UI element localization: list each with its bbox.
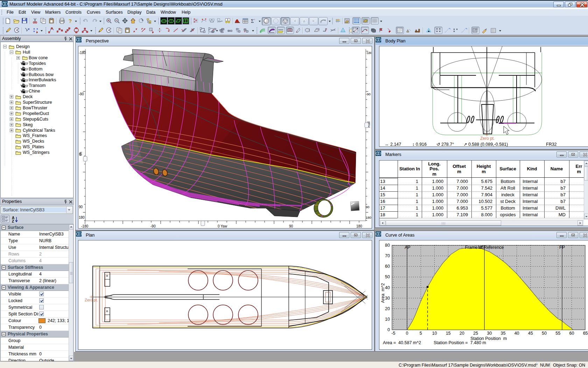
svg-text:80: 80 bbox=[385, 243, 390, 248]
svg-text:60: 60 bbox=[385, 264, 390, 269]
svg-text:Z: Z bbox=[12, 219, 14, 223]
svg-text:AP: AP bbox=[405, 245, 411, 250]
svg-text:Area = 40.587 m^2: Area = 40.587 m^2 bbox=[383, 340, 421, 345]
svg-text:30: 30 bbox=[487, 331, 492, 336]
svg-text:?: ? bbox=[69, 18, 72, 24]
svg-text:-90: -90 bbox=[366, 92, 371, 96]
svg-text:10: 10 bbox=[432, 331, 437, 336]
svg-text:0: 0 bbox=[79, 152, 81, 156]
svg-text:-90: -90 bbox=[79, 92, 84, 96]
svg-text:50: 50 bbox=[542, 331, 547, 336]
svg-text:5: 5 bbox=[420, 331, 422, 336]
svg-text:MS: MS bbox=[478, 245, 485, 250]
svg-text:90: 90 bbox=[79, 205, 83, 209]
svg-text:²: ² bbox=[254, 18, 255, 21]
svg-text:↔ 2.147: ↔ 2.147 bbox=[385, 142, 401, 147]
svg-text:20: 20 bbox=[385, 306, 390, 311]
svg-text:0: 0 bbox=[387, 327, 390, 332]
svg-text:180: 180 bbox=[79, 216, 85, 219]
svg-text:20: 20 bbox=[460, 331, 464, 336]
svg-text:90: 90 bbox=[289, 224, 293, 228]
svg-text:15: 15 bbox=[446, 331, 451, 336]
svg-text:40: 40 bbox=[514, 331, 519, 336]
svg-text:↗ 0.588 (0.089,-0.581): ↗ 0.588 (0.089,-0.581) bbox=[463, 142, 508, 147]
svg-text:65: 65 bbox=[583, 331, 588, 336]
svg-text:50: 50 bbox=[385, 274, 390, 279]
svg-text:180: 180 bbox=[366, 216, 371, 219]
svg-text:-90: -90 bbox=[150, 224, 156, 228]
svg-text:45: 45 bbox=[528, 331, 533, 336]
svg-text:0: 0 bbox=[406, 331, 408, 336]
svg-text:-180: -180 bbox=[366, 51, 371, 55]
svg-text:55: 55 bbox=[555, 331, 560, 336]
svg-text:10: 10 bbox=[385, 317, 390, 322]
svg-text:-5: -5 bbox=[391, 331, 395, 336]
svg-text:↺ 278.7°: ↺ 278.7° bbox=[436, 142, 454, 147]
svg-text:25: 25 bbox=[473, 331, 478, 336]
svg-text:Station Position = 7.480 m: Station Position = 7.480 m bbox=[434, 340, 486, 345]
svg-text:90: 90 bbox=[366, 205, 370, 209]
svg-text:70: 70 bbox=[385, 253, 390, 258]
svg-text:180: 180 bbox=[356, 224, 362, 228]
svg-text:-180: -180 bbox=[79, 51, 86, 55]
svg-text:0 Yaw: 0 Yaw bbox=[218, 224, 227, 228]
svg-text:30: 30 bbox=[385, 296, 390, 301]
svg-text:Zero pt.: Zero pt. bbox=[480, 136, 495, 141]
svg-text:60: 60 bbox=[569, 331, 574, 336]
svg-text:35: 35 bbox=[500, 331, 505, 336]
svg-text:FP: FP bbox=[559, 245, 565, 250]
svg-text:Area m^2: Area m^2 bbox=[380, 283, 385, 303]
svg-text:↕ 0.916: ↕ 0.916 bbox=[412, 142, 427, 147]
svg-text:FR32: FR32 bbox=[546, 142, 557, 147]
svg-text:-180: -180 bbox=[81, 224, 88, 228]
svg-text:Σ: Σ bbox=[251, 19, 254, 24]
svg-text:40: 40 bbox=[385, 285, 390, 290]
